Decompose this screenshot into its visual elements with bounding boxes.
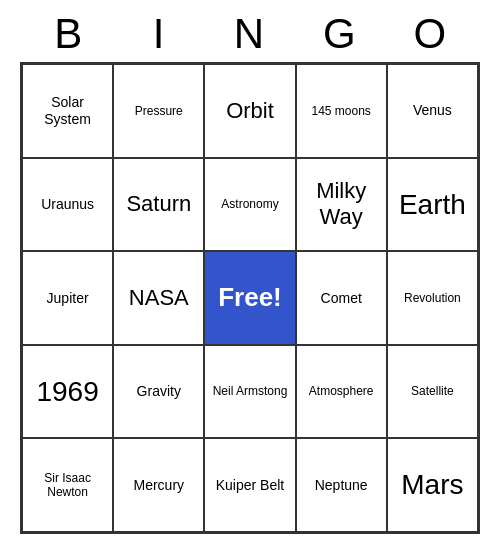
cell-r3-c1: Gravity bbox=[113, 345, 204, 439]
letter-b: B bbox=[25, 10, 113, 58]
cell-r1-c1: Saturn bbox=[113, 158, 204, 252]
cell-r2-c2: Free! bbox=[204, 251, 295, 345]
cell-r3-c3: Atmosphere bbox=[296, 345, 387, 439]
cell-r3-c0: 1969 bbox=[22, 345, 113, 439]
letter-o: O bbox=[387, 10, 475, 58]
bingo-header: B I N G O bbox=[20, 10, 480, 58]
cell-r2-c1: NASA bbox=[113, 251, 204, 345]
letter-g: G bbox=[296, 10, 384, 58]
bingo-grid: Solar SystemPressureOrbit145 moonsVenusU… bbox=[20, 62, 480, 534]
cell-r3-c4: Satellite bbox=[387, 345, 478, 439]
cell-r2-c4: Revolution bbox=[387, 251, 478, 345]
letter-n: N bbox=[206, 10, 294, 58]
cell-r1-c2: Astronomy bbox=[204, 158, 295, 252]
cell-r4-c1: Mercury bbox=[113, 438, 204, 532]
cell-r2-c3: Comet bbox=[296, 251, 387, 345]
cell-r2-c0: Jupiter bbox=[22, 251, 113, 345]
cell-r1-c3: Milky Way bbox=[296, 158, 387, 252]
cell-r1-c0: Uraunus bbox=[22, 158, 113, 252]
cell-r3-c2: Neil Armstong bbox=[204, 345, 295, 439]
cell-r1-c4: Earth bbox=[387, 158, 478, 252]
letter-i: I bbox=[116, 10, 204, 58]
cell-r0-c1: Pressure bbox=[113, 64, 204, 158]
cell-r0-c4: Venus bbox=[387, 64, 478, 158]
cell-r0-c2: Orbit bbox=[204, 64, 295, 158]
cell-r4-c3: Neptune bbox=[296, 438, 387, 532]
cell-r0-c0: Solar System bbox=[22, 64, 113, 158]
cell-r0-c3: 145 moons bbox=[296, 64, 387, 158]
cell-r4-c4: Mars bbox=[387, 438, 478, 532]
cell-r4-c0: Sir Isaac Newton bbox=[22, 438, 113, 532]
cell-r4-c2: Kuiper Belt bbox=[204, 438, 295, 532]
